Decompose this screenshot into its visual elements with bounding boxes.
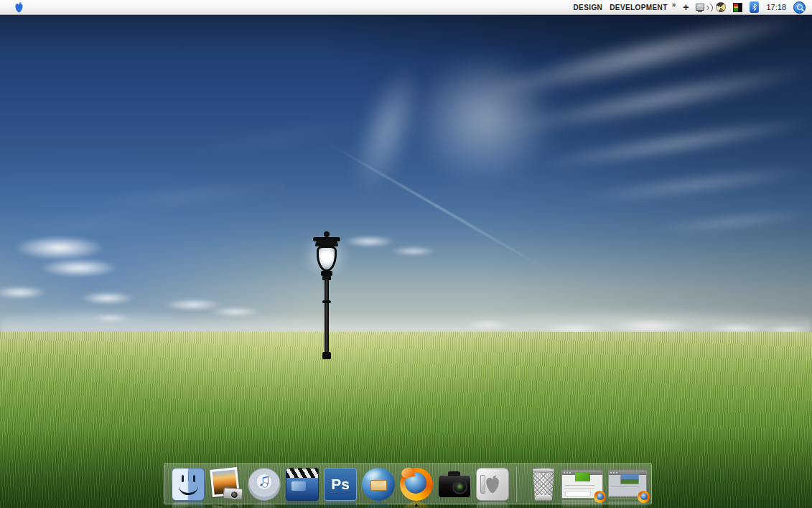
apple-logo-icon (14, 2, 24, 13)
music-note-glyph: ♫ (248, 470, 280, 490)
dock-item-video-editor[interactable] (286, 468, 319, 501)
dock: ♫ Ps ▲ (164, 463, 652, 504)
green-image-thumb (575, 473, 590, 481)
firefox-badge-icon (638, 491, 650, 503)
dock-item-minimized-window-2[interactable] (608, 470, 647, 499)
dock-item-photoshop[interactable]: Ps (324, 468, 357, 501)
menu-bar: DESIGN DEVELOPMENT » + 17:18 (0, 0, 812, 15)
dock-item-camera[interactable] (438, 468, 471, 501)
color-meter-icon[interactable] (733, 3, 742, 12)
camera-lens (452, 479, 467, 494)
dock-item-itunes[interactable]: ♫ (248, 468, 281, 501)
cloud (391, 246, 436, 256)
dock-item-firefox[interactable]: ▲ (400, 468, 433, 501)
dock-item-thunderbird[interactable] (362, 468, 395, 501)
bluetooth-icon[interactable] (750, 1, 759, 13)
dock-item-trash[interactable] (531, 468, 556, 501)
menu-bar-clock[interactable]: 17:18 (766, 3, 786, 11)
apple-logo-icon (485, 475, 500, 494)
iphoto-icon (210, 468, 243, 501)
dock-item-iphoto[interactable] (210, 468, 243, 501)
lamp-post (307, 231, 347, 365)
cloud (80, 292, 134, 305)
running-indicator: ▲ (414, 502, 419, 508)
trash-icon (531, 468, 556, 501)
photoshop-icon: Ps (324, 468, 357, 501)
itunes-icon: ♫ (248, 468, 281, 501)
menu-development[interactable]: DEVELOPMENT (610, 4, 668, 11)
spotlight-icon[interactable] (793, 1, 806, 14)
menu-overflow-chevron[interactable]: » (672, 1, 676, 9)
dock-item-minimized-window-1[interactable] (561, 470, 603, 499)
dock-item-finder[interactable] (172, 468, 205, 501)
firefox-icon (400, 468, 433, 501)
finder-icon (172, 468, 205, 501)
magnifier-handle (801, 8, 804, 11)
cloud (39, 259, 118, 277)
display-audio-icon[interactable] (696, 3, 709, 12)
dock-item-front-row[interactable] (476, 468, 509, 501)
photoshop-label: Ps (331, 476, 350, 493)
desktop: DESIGN DEVELOPMENT » + 17:18 (0, 0, 812, 508)
firefox-badge-icon (594, 491, 606, 503)
add-menu-item[interactable]: + (683, 2, 689, 12)
horizon-haze (0, 314, 812, 333)
dock-separator (515, 466, 516, 502)
clapperboard-icon (286, 468, 319, 501)
dslr-camera-icon (438, 468, 471, 501)
cloud (14, 236, 104, 260)
envelope-glyph (370, 480, 387, 491)
menu-bar-right: DESIGN DEVELOPMENT » + 17:18 (573, 1, 806, 14)
lamp-pole (325, 280, 329, 354)
thunderbird-icon (362, 468, 395, 501)
apple-plate-icon (476, 468, 509, 501)
landscape-image-thumb (620, 474, 639, 484)
camera-glyph (223, 487, 243, 500)
desktop-wallpaper (0, 0, 812, 508)
cloud (343, 236, 395, 247)
menu-design[interactable]: DESIGN (573, 4, 602, 11)
input-swirl-icon[interactable] (716, 2, 726, 12)
apple-menu[interactable] (13, 1, 24, 13)
